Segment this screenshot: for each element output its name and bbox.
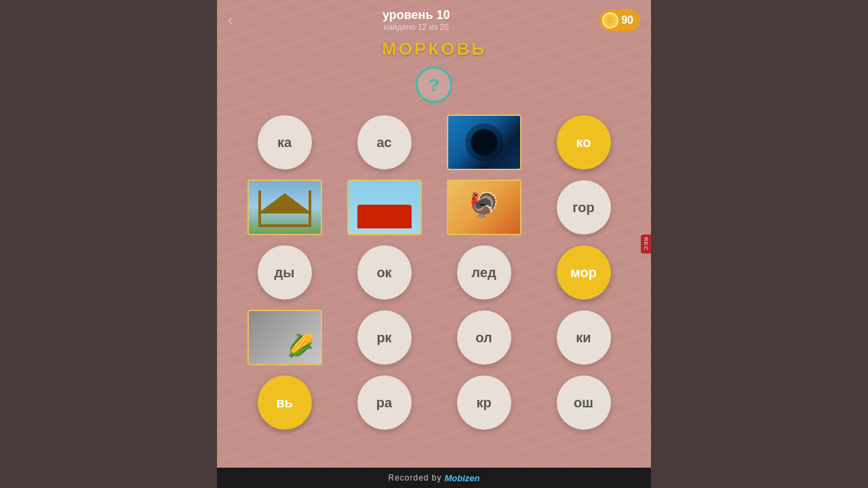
hint-button[interactable]: ? bbox=[416, 66, 452, 103]
syllable-ki[interactable]: ки bbox=[557, 310, 611, 365]
cell-4-3: ош bbox=[544, 373, 624, 432]
syllable-vb[interactable]: вь bbox=[258, 375, 312, 430]
game-container: REC ‹ уровень 10 найдено 12 из 20 © 90 М… bbox=[217, 0, 651, 488]
coins-badge: © 90 bbox=[599, 9, 640, 31]
coin-icon: © bbox=[602, 12, 618, 28]
image-bird[interactable] bbox=[447, 180, 521, 235]
hint-area: ? bbox=[217, 66, 651, 103]
cell-3-1: рк bbox=[344, 308, 425, 367]
cell-3-0 bbox=[245, 308, 325, 367]
cell-0-3: ко bbox=[544, 113, 624, 172]
cell-2-1: ок bbox=[344, 243, 425, 302]
left-overlay bbox=[0, 0, 217, 488]
cell-1-2 bbox=[444, 178, 524, 237]
cell-3-2: ол bbox=[444, 308, 524, 367]
recorded-label: Recorded by bbox=[388, 473, 441, 483]
image-construction[interactable] bbox=[248, 180, 322, 235]
syllable-osh[interactable]: ош bbox=[557, 375, 611, 430]
syllable-ko[interactable]: ко bbox=[557, 115, 611, 169]
cell-2-2: лед bbox=[444, 243, 524, 302]
image-food[interactable] bbox=[248, 310, 322, 365]
machine-image bbox=[349, 181, 420, 234]
cell-2-3: мор bbox=[544, 243, 624, 302]
syllable-dy[interactable]: ды bbox=[258, 245, 312, 300]
syllable-mor[interactable]: мор bbox=[557, 245, 611, 300]
level-info: уровень 10 найдено 12 из 20 bbox=[233, 8, 599, 32]
cell-4-0: вь bbox=[245, 373, 325, 432]
syllable-gor[interactable]: гор bbox=[557, 180, 611, 235]
cell-1-1 bbox=[344, 178, 425, 237]
cell-0-2 bbox=[444, 113, 524, 172]
image-machine[interactable] bbox=[347, 180, 422, 235]
header: ‹ уровень 10 найдено 12 из 20 © 90 bbox=[217, 0, 651, 35]
level-title: уровень 10 bbox=[233, 8, 599, 22]
syllable-rk[interactable]: рк bbox=[357, 310, 412, 365]
cell-1-3: гор bbox=[544, 178, 624, 237]
ocean-image bbox=[448, 116, 520, 169]
syllable-led[interactable]: лед bbox=[457, 245, 511, 300]
cell-2-0: ды bbox=[245, 243, 325, 302]
coins-value: 90 bbox=[621, 14, 633, 26]
bird-image bbox=[448, 181, 520, 234]
image-ocean[interactable] bbox=[447, 115, 521, 170]
cell-0-0: ка bbox=[245, 113, 325, 172]
construction-image bbox=[249, 181, 321, 234]
cell-3-3: ки bbox=[544, 308, 624, 367]
right-overlay bbox=[651, 0, 868, 488]
syllable-ol[interactable]: ол bbox=[457, 310, 511, 365]
rec-badge: REC bbox=[641, 235, 651, 253]
footer-bar: Recorded by Mobizen bbox=[217, 468, 651, 488]
food-image bbox=[249, 311, 321, 364]
syllable-ok[interactable]: ок bbox=[357, 245, 412, 300]
cell-1-0 bbox=[245, 178, 325, 237]
word-display: МОРКОВЬ bbox=[217, 39, 651, 60]
syllable-grid: ка ас ко гор bbox=[217, 113, 651, 432]
cell-4-1: ра bbox=[344, 373, 425, 432]
back-button[interactable]: ‹ bbox=[228, 13, 233, 28]
syllable-kr[interactable]: кр bbox=[457, 375, 511, 430]
found-label: найдено 12 из 20 bbox=[233, 22, 599, 32]
syllable-ra[interactable]: ра bbox=[357, 375, 412, 430]
syllable-ka[interactable]: ка bbox=[258, 115, 312, 169]
cell-0-1: ас bbox=[344, 113, 425, 172]
mobizen-brand: Mobizen bbox=[445, 473, 480, 483]
cell-4-2: кр bbox=[444, 373, 524, 432]
syllable-as[interactable]: ас bbox=[357, 115, 412, 169]
